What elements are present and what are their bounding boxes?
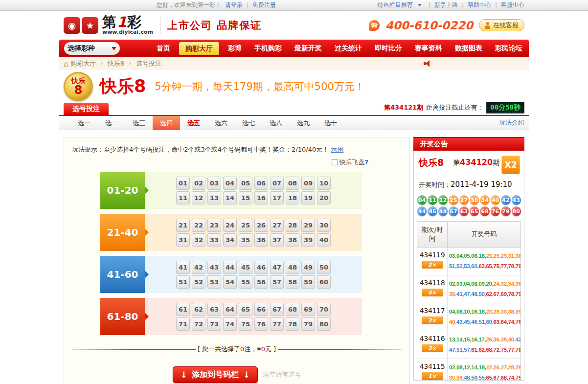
- home-icon[interactable]: ⌂: [64, 59, 68, 68]
- number-cell[interactable]: 62: [192, 303, 205, 316]
- number-cell[interactable]: 80: [317, 317, 331, 331]
- subtab[interactable]: 选九: [290, 116, 317, 130]
- number-cell[interactable]: 02: [192, 177, 205, 190]
- breadcrumb-item[interactable]: 快乐8: [96, 59, 124, 68]
- announcement-horn-icon[interactable]: [423, 60, 430, 67]
- subtab[interactable]: 选十: [317, 116, 344, 130]
- multiplier-x2-button[interactable]: X2: [501, 156, 520, 174]
- number-cell[interactable]: 46: [254, 261, 268, 274]
- subtab[interactable]: 选三: [125, 116, 153, 130]
- number-cell[interactable]: 70: [317, 303, 331, 316]
- number-cell[interactable]: 76: [254, 317, 268, 331]
- featured-menu[interactable]: 特色栏目推荐: [378, 1, 413, 9]
- number-cell[interactable]: 34: [223, 233, 237, 247]
- number-cell[interactable]: 72: [192, 317, 205, 331]
- subtab[interactable]: 选八: [262, 116, 290, 130]
- site-logo[interactable]: ◉ ★ 第1彩 www.diyicai.com: [64, 15, 153, 35]
- number-cell[interactable]: 25: [239, 219, 252, 232]
- number-cell[interactable]: 19: [301, 191, 315, 204]
- number-cell[interactable]: 10: [317, 177, 331, 190]
- number-cell[interactable]: 50: [317, 261, 331, 274]
- nav-item[interactable]: 首页: [150, 44, 177, 53]
- number-cell[interactable]: 51: [176, 275, 190, 289]
- rules-link[interactable]: 玩法介绍: [499, 118, 524, 127]
- subtab[interactable]: 选一: [70, 116, 98, 130]
- number-cell[interactable]: 53: [207, 275, 221, 289]
- number-cell[interactable]: 73: [207, 317, 221, 331]
- number-cell[interactable]: 26: [254, 219, 268, 232]
- breadcrumb-item[interactable]: 选号投注: [124, 59, 161, 68]
- number-cell[interactable]: 58: [286, 275, 299, 289]
- topbar-link[interactable]: 新手上路: [425, 1, 458, 9]
- number-cell[interactable]: 41: [176, 261, 190, 274]
- nav-item[interactable]: 数据图表: [449, 44, 489, 53]
- number-cell[interactable]: 67: [270, 303, 284, 316]
- number-cell[interactable]: 60: [317, 275, 331, 289]
- number-cell[interactable]: 22: [192, 219, 205, 232]
- number-cell[interactable]: 09: [301, 177, 315, 190]
- number-cell[interactable]: 27: [270, 219, 284, 232]
- number-cell[interactable]: 28: [286, 219, 299, 232]
- number-cell[interactable]: 75: [239, 317, 252, 331]
- number-cell[interactable]: 48: [286, 261, 299, 274]
- number-cell[interactable]: 20: [317, 191, 331, 204]
- lottery-select-dropdown[interactable]: 选择彩种: [64, 42, 120, 55]
- number-cell[interactable]: 13: [207, 191, 221, 204]
- number-cell[interactable]: 18: [286, 191, 299, 204]
- number-cell[interactable]: 06: [254, 177, 268, 190]
- number-cell[interactable]: 45: [239, 261, 252, 274]
- number-cell[interactable]: 12: [192, 191, 205, 204]
- topbar-link[interactable]: 客服中心: [491, 1, 524, 9]
- nav-item[interactable]: 手机购彩: [248, 44, 288, 53]
- number-cell[interactable]: 08: [286, 177, 299, 190]
- fly-checkbox[interactable]: [332, 159, 338, 165]
- breadcrumb-item[interactable]: 购彩大厅: [70, 59, 96, 68]
- number-cell[interactable]: 30: [317, 219, 331, 232]
- number-cell[interactable]: 32: [192, 233, 205, 247]
- topbar-link[interactable]: 帮助中心: [458, 1, 491, 9]
- number-cell[interactable]: 03: [207, 177, 221, 190]
- number-cell[interactable]: 69: [301, 303, 315, 316]
- number-cell[interactable]: 07: [270, 177, 284, 190]
- number-cell[interactable]: 24: [223, 219, 237, 232]
- number-cell[interactable]: 23: [207, 219, 221, 232]
- number-cell[interactable]: 77: [270, 317, 284, 331]
- number-cell[interactable]: 65: [239, 303, 252, 316]
- number-cell[interactable]: 78: [286, 317, 299, 331]
- subtab[interactable]: 选七: [235, 116, 262, 130]
- add-to-slip-button[interactable]: 添加到号码栏: [173, 366, 258, 383]
- number-cell[interactable]: 16: [254, 191, 268, 204]
- number-cell[interactable]: 38: [286, 233, 299, 247]
- number-cell[interactable]: 63: [207, 303, 221, 316]
- nav-item[interactable]: 即时比分: [368, 44, 408, 53]
- number-cell[interactable]: 47: [270, 261, 284, 274]
- number-cell[interactable]: 57: [270, 275, 284, 289]
- nav-item[interactable]: 最新开奖: [288, 44, 328, 53]
- number-cell[interactable]: 21: [176, 219, 190, 232]
- nav-item[interactable]: 赛事资料: [408, 44, 449, 53]
- number-cell[interactable]: 01: [176, 177, 190, 190]
- number-cell[interactable]: 40: [317, 233, 331, 247]
- number-cell[interactable]: 43: [207, 261, 221, 274]
- number-cell[interactable]: 14: [223, 191, 237, 204]
- number-cell[interactable]: 11: [176, 191, 190, 204]
- example-link[interactable]: 示例: [331, 146, 343, 153]
- number-cell[interactable]: 36: [254, 233, 268, 247]
- tab-select-numbers[interactable]: 选号投注: [64, 103, 109, 115]
- number-cell[interactable]: 42: [192, 261, 205, 274]
- nav-item[interactable]: 彩民论坛: [489, 44, 529, 53]
- number-cell[interactable]: 66: [254, 303, 268, 316]
- fly-help-link[interactable]: ?: [364, 158, 368, 166]
- register-link[interactable]: 免费注册: [252, 1, 276, 9]
- number-cell[interactable]: 61: [176, 303, 190, 316]
- number-cell[interactable]: 71: [176, 317, 190, 331]
- number-cell[interactable]: 31: [176, 233, 190, 247]
- number-cell[interactable]: 68: [286, 303, 299, 316]
- number-cell[interactable]: 49: [301, 261, 315, 274]
- number-cell[interactable]: 52: [192, 275, 205, 289]
- online-service-button[interactable]: 在线客服: [479, 19, 524, 31]
- number-cell[interactable]: 17: [270, 191, 284, 204]
- login-link[interactable]: 请登录: [225, 1, 243, 9]
- number-cell[interactable]: 56: [254, 275, 268, 289]
- number-cell[interactable]: 37: [270, 233, 284, 247]
